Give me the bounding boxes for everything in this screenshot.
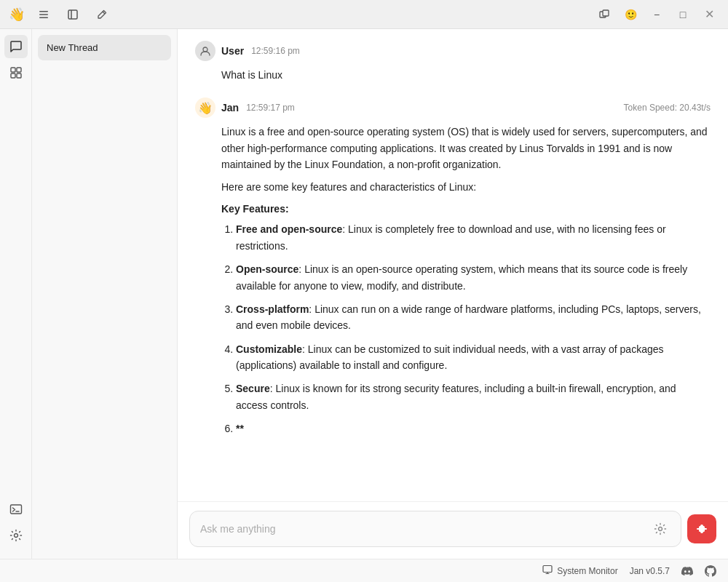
message-body-user: What is Linux <box>195 67 711 83</box>
list-item: Customizable: Linux can be customized to… <box>236 341 711 374</box>
monitor-icon <box>542 565 553 577</box>
status-bar: System Monitor Jan v0.5.7 <box>0 559 728 582</box>
feature-bold: Customizable <box>236 343 302 355</box>
jan-key-features-title: Key Features: <box>221 201 711 217</box>
svg-rect-10 <box>11 73 15 78</box>
message-header-right-user: User 12:59:16 pm <box>221 45 711 57</box>
feature-text: : Linux is known for its strong security… <box>236 383 676 410</box>
icon-bar-top <box>4 35 28 495</box>
minimize-button[interactable]: − <box>646 4 667 25</box>
feature-text: : Linux is an open-source operating syst… <box>236 263 687 291</box>
message-header-right-jan: Jan 12:59:17 pm Token Speed: 20.43t/s <box>221 102 711 113</box>
svg-rect-20 <box>699 526 705 532</box>
sidebar-item-chat[interactable] <box>4 35 28 58</box>
list-item: Open-source: Linux is an open-source ope… <box>236 261 711 294</box>
input-wrapper <box>189 511 681 547</box>
send-button[interactable] <box>687 514 716 543</box>
github-item[interactable] <box>705 565 716 577</box>
svg-rect-12 <box>10 505 21 514</box>
feature-bold: Cross-platform <box>236 303 309 315</box>
input-area <box>178 501 728 559</box>
avatar-jan: 👋 <box>195 97 215 118</box>
feature-bold: Free and open-source <box>236 223 342 235</box>
svg-rect-1 <box>39 14 48 15</box>
icon-bar <box>0 29 32 559</box>
maximize-button[interactable]: □ <box>673 4 693 25</box>
svg-rect-9 <box>17 68 21 72</box>
title-bar-right: 🙂 − □ ✕ <box>594 4 719 25</box>
jan-key-features-intro: Here are some key features and character… <box>221 179 711 195</box>
emoji-button[interactable]: 🙂 <box>620 4 641 25</box>
title-bar: 👋 🙂 − <box>0 0 728 29</box>
list-item: ** <box>236 420 711 436</box>
message-user: User 12:59:16 pm What is Linux <box>195 41 711 83</box>
svg-rect-21 <box>543 566 552 573</box>
svg-point-14 <box>14 534 17 538</box>
message-body-jan: Linux is a free and open-source operatin… <box>195 124 711 436</box>
icon-bar-bottom <box>4 498 28 553</box>
jan-intro: Linux is a free and open-source operatin… <box>221 124 711 172</box>
svg-point-16 <box>659 527 662 531</box>
expand-icon[interactable] <box>594 4 614 25</box>
svg-rect-0 <box>39 11 48 12</box>
message-time-user: 12:59:16 pm <box>251 46 300 56</box>
message-time-jan: 12:59:17 pm <box>246 103 295 113</box>
sender-name-user: User <box>221 45 244 57</box>
system-monitor-item[interactable]: System Monitor <box>542 565 617 577</box>
thread-sidebar: New Thread <box>32 29 178 559</box>
discord-item[interactable] <box>681 565 693 577</box>
sidebar-toggle-button[interactable] <box>33 4 54 25</box>
system-monitor-label: System Monitor <box>557 566 617 576</box>
input-settings-button[interactable] <box>650 519 670 539</box>
avatar-user <box>195 41 215 61</box>
message-header-jan: 👋 Jan 12:59:17 pm Token Speed: 20.43t/s <box>195 97 711 118</box>
version-label: Jan v0.5.7 <box>630 566 670 576</box>
sidebar-item-terminal[interactable] <box>4 498 28 521</box>
close-button[interactable]: ✕ <box>699 4 719 25</box>
version-item: Jan v0.5.7 <box>630 566 670 576</box>
svg-point-15 <box>203 47 207 52</box>
title-bar-left: 👋 <box>9 4 112 25</box>
list-item: Cross-platform: Linux can run on a wide … <box>236 301 711 334</box>
svg-rect-2 <box>39 17 48 18</box>
sidebar-item-settings[interactable] <box>4 524 28 547</box>
feature-bold: Secure <box>236 383 270 394</box>
feature-bold: ** <box>236 423 244 434</box>
list-item: Secure: Linux is known for its strong se… <box>236 380 711 413</box>
sender-name-jan: Jan <box>221 102 239 113</box>
feature-bold: Open-source <box>236 263 298 275</box>
svg-rect-8 <box>11 68 15 72</box>
layout-button[interactable] <box>63 4 83 25</box>
edit-button[interactable] <box>92 4 112 25</box>
message-jan: 👋 Jan 12:59:17 pm Token Speed: 20.43t/s … <box>195 97 711 436</box>
messages-container: User 12:59:16 pm What is Linux 👋 Jan <box>178 29 728 501</box>
thread-item-new-thread[interactable]: New Thread <box>38 35 171 60</box>
main-layout: New Thread User 12:59:16 pm <box>0 29 728 559</box>
svg-rect-7 <box>603 10 609 16</box>
app-icon: 👋 <box>9 7 25 23</box>
chat-area: User 12:59:16 pm What is Linux 👋 Jan <box>178 29 728 559</box>
svg-rect-3 <box>68 10 77 19</box>
chat-input[interactable] <box>200 523 650 535</box>
list-item: Free and open-source: Linux is completel… <box>236 221 711 254</box>
jan-features-list: Free and open-source: Linux is completel… <box>221 221 711 436</box>
token-speed: Token Speed: 20.43t/s <box>624 103 711 113</box>
svg-rect-11 <box>17 73 21 78</box>
message-header-user: User 12:59:16 pm <box>195 41 711 61</box>
sidebar-item-grid[interactable] <box>4 61 28 84</box>
